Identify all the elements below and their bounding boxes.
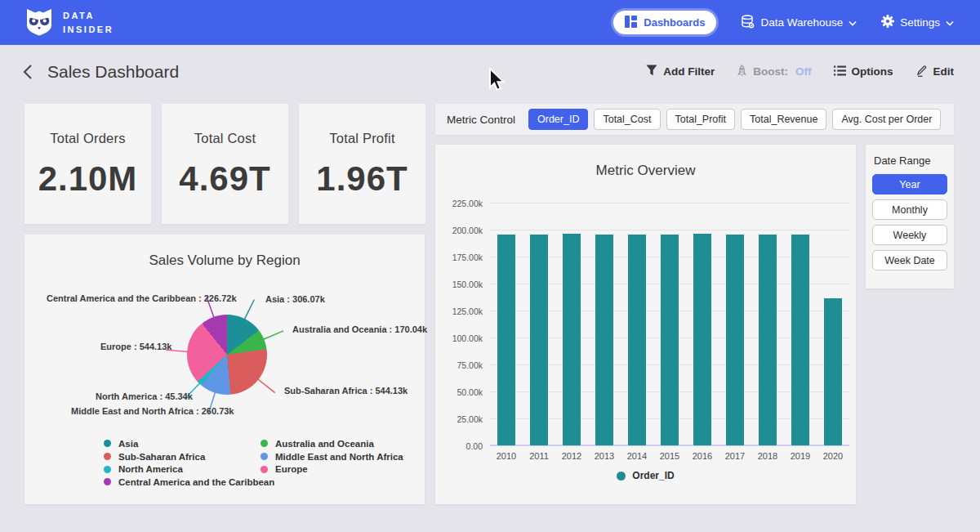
pie-chart[interactable] <box>187 315 267 395</box>
sales-volume-pie-card: Sales Volume by Region Asia : 306.07k Au… <box>24 235 425 504</box>
metric-option-total-revenue[interactable]: Total_Revenue <box>741 109 826 130</box>
pie-legend-item[interactable]: North America <box>104 463 274 476</box>
pie-label-sub-saharan-africa: Sub-Saharan Africa : 544.13k <box>284 386 408 396</box>
pie-chart-title: Sales Volume by Region <box>24 235 425 269</box>
pie-label-middle-east-north-africa: Middle East and North Africa : 260.73k <box>71 406 234 416</box>
kpi-value: 4.69T <box>162 159 288 199</box>
pie-legend-item[interactable]: Central America and the Caribbean <box>104 476 274 489</box>
x-tick-2012: 2012 <box>555 451 588 461</box>
back-button[interactable] <box>23 64 33 80</box>
brand-logo[interactable]: DATA INSIDER <box>24 6 114 40</box>
pie-label-asia: Asia : 306.07k <box>265 294 325 304</box>
bar-2019[interactable] <box>791 235 809 445</box>
pie-legend-column-2: Australia and OceaniaMiddle East and Nor… <box>261 437 403 476</box>
pie-legend-item[interactable]: Sub-Saharan Africa <box>104 450 274 463</box>
metric-control-strip: Metric Control Order_ID Total_Cost Total… <box>435 104 954 135</box>
x-tick-2014: 2014 <box>621 451 653 461</box>
kpi-label: Total Profit <box>299 131 425 146</box>
bar-2016[interactable] <box>693 234 711 446</box>
x-tick-2018: 2018 <box>751 451 784 461</box>
kpi-value: 1.96T <box>299 159 425 199</box>
kpi-total-profit: Total Profit 1.96T <box>299 104 425 224</box>
navbar-menu: Dashboards Data Warehouse <box>613 11 954 34</box>
legend-label: North America <box>118 464 183 474</box>
date-range-card: Date Range Year Monthly Weekly Week Date <box>866 145 954 288</box>
legend-dot-icon <box>261 453 268 460</box>
metric-option-total-profit[interactable]: Total_Profit <box>666 109 736 130</box>
bar-2010[interactable] <box>497 235 515 445</box>
pie-label-australia-oceania: Australia and Oceania : 170.04k <box>292 324 427 334</box>
x-tick-2020: 2020 <box>817 451 849 461</box>
chevron-down-icon <box>849 16 857 29</box>
pie-label-europe: Europe : 544.13k <box>100 342 172 351</box>
kpi-row: Total Orders 2.10M Total Cost 4.69T Tota… <box>24 104 425 224</box>
kpi-total-orders: Total Orders 2.10M <box>24 104 151 224</box>
legend-label: Europe <box>275 464 308 474</box>
nav-data-warehouse[interactable]: Data Warehouse <box>741 15 857 31</box>
chevron-down-icon <box>946 16 954 29</box>
kpi-value: 2.10M <box>24 159 151 199</box>
edit-label: Edit <box>933 65 955 78</box>
legend-dot-icon <box>617 472 626 481</box>
bar-2020[interactable] <box>824 298 842 445</box>
legend-label: Sub-Saharan Africa <box>118 452 205 462</box>
header-toolbar: Add Filter Boost: Off <box>646 65 954 79</box>
bar-chart-title: Metric Overview <box>435 145 856 179</box>
brand-name: DATA INSIDER <box>63 9 114 36</box>
metric-control-label: Metric Control <box>447 114 515 126</box>
page-title: Sales Dashboard <box>47 62 179 82</box>
bar-chart-legend-item[interactable]: Order_ID <box>435 470 856 481</box>
legend-label: Central America and the Caribbean <box>118 477 274 487</box>
date-range-weekly-button[interactable]: Weekly <box>872 225 947 245</box>
mouse-cursor <box>488 68 506 97</box>
date-range-label: Date Range <box>874 154 947 167</box>
x-tick-2015: 2015 <box>653 451 686 461</box>
bar-2012[interactable] <box>563 234 581 445</box>
options-button[interactable]: Options <box>834 65 893 78</box>
rocket-icon <box>737 65 747 79</box>
pie-legend-item[interactable]: Middle East and North Africa <box>261 450 403 463</box>
bar-2013[interactable] <box>595 235 613 445</box>
add-filter-label: Add Filter <box>663 65 715 78</box>
metric-option-avg-cost-per-order[interactable]: Avg. Cost per Order <box>832 109 941 130</box>
date-range-year-button[interactable]: Year <box>872 174 947 194</box>
x-tick-2016: 2016 <box>686 451 719 461</box>
pencil-icon <box>915 65 928 79</box>
database-icon <box>741 15 755 31</box>
pie-legend-item[interactable]: Asia <box>104 437 274 450</box>
pie-label-north-america: North America : 45.34k <box>96 391 193 401</box>
nav-settings-label: Settings <box>900 16 940 29</box>
sales-dashboard-page: DATA INSIDER Dashboards <box>0 0 980 532</box>
add-filter-button[interactable]: Add Filter <box>646 65 715 78</box>
boost-label: Boost: <box>753 65 788 78</box>
bar-2011[interactable] <box>530 235 548 445</box>
legend-label: Australia and Oceania <box>275 439 374 449</box>
legend-label: Asia <box>118 439 138 449</box>
bar-chart-x-axis: 2010201120122013201420152016201720182019… <box>490 451 849 461</box>
pie-legend-item[interactable]: Europe <box>261 463 403 476</box>
pie-legend-item[interactable]: Australia and Oceania <box>261 437 403 450</box>
kpi-total-cost: Total Cost 4.69T <box>162 104 288 224</box>
bar-2018[interactable] <box>759 235 777 445</box>
bar-2015[interactable] <box>661 235 679 445</box>
boost-state: Off <box>795 65 812 78</box>
date-range-week-date-button[interactable]: Week Date <box>872 250 947 270</box>
edit-button[interactable]: Edit <box>915 65 955 79</box>
filter-funnel-icon <box>646 65 657 78</box>
x-tick-2011: 2011 <box>523 451 555 461</box>
pie-legend-column-1: AsiaSub-Saharan AfricaNorth AmericaCentr… <box>104 437 274 489</box>
nav-settings[interactable]: Settings <box>881 15 954 30</box>
x-tick-2010: 2010 <box>490 451 523 461</box>
metric-option-total-cost[interactable]: Total_Cost <box>594 109 660 130</box>
kpi-label: Total Orders <box>24 131 151 146</box>
date-range-monthly-button[interactable]: Monthly <box>872 199 947 220</box>
gear-icon <box>881 15 894 30</box>
boost-toggle[interactable]: Boost: Off <box>737 65 811 79</box>
legend-label: Middle East and North Africa <box>275 452 403 462</box>
legend-dot-icon <box>104 440 111 447</box>
x-tick-2019: 2019 <box>784 451 817 461</box>
bar-2014[interactable] <box>628 235 646 445</box>
nav-dashboards-button[interactable]: Dashboards <box>613 11 716 34</box>
metric-option-order-id[interactable]: Order_ID <box>528 109 588 130</box>
bar-2017[interactable] <box>726 235 744 445</box>
